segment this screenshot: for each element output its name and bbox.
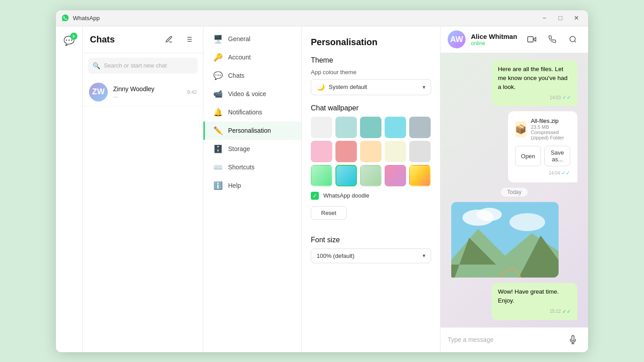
message-time-2: 15:12 ✓✓ [498, 307, 571, 316]
chat-input-bar [441, 327, 588, 352]
whatsapp-logo-icon [61, 14, 69, 22]
chat-header: AW Alice Whitman online [441, 26, 588, 53]
wallpaper-swatch-6[interactable] [311, 141, 332, 162]
nav-label-video-voice: Video & voice [228, 90, 266, 97]
file-name: All-files.zip [531, 118, 570, 124]
account-icon: 🔑 [213, 53, 223, 62]
nav-label-help: Help [228, 182, 241, 189]
general-icon: 🖥️ [213, 34, 223, 44]
personalisation-panel: Personalisation Theme App colour theme 🌙… [302, 26, 441, 352]
file-meta: 23.5 MB · Compressed (zipped) Folder [531, 124, 570, 140]
help-icon: ℹ️ [213, 181, 223, 190]
theme-dropdown[interactable]: 🌙 System default ▾ [311, 79, 431, 95]
minimize-button[interactable]: − [538, 13, 551, 22]
file-header: 📦 All-files.zip 23.5 MB · Compressed (zi… [515, 118, 570, 140]
search-input[interactable] [104, 62, 193, 69]
wallpaper-swatch-4[interactable] [385, 117, 406, 138]
app-body: 💬 3 Chats 🔍 [56, 26, 588, 352]
microphone-icon [568, 335, 577, 344]
date-divider: Today [501, 188, 528, 197]
wallpaper-swatch-3[interactable] [360, 117, 381, 138]
app-title: WhatsApp [73, 15, 538, 21]
nav-item-general[interactable]: 🖥️ General [203, 30, 301, 48]
voice-call-button[interactable] [544, 31, 560, 47]
new-chat-button[interactable] [162, 32, 176, 46]
nav-item-help[interactable]: ℹ️ Help [203, 177, 301, 195]
app-window: WhatsApp − □ ✕ 💬 3 Chats [56, 10, 588, 352]
nav-label-chats: Chats [228, 72, 245, 79]
search-chat-button[interactable] [565, 31, 581, 47]
wallpaper-swatch-5[interactable] [409, 117, 431, 138]
icon-sidebar: 💬 3 [56, 26, 83, 352]
message-text-2: Wow! Have great time. Enjoy. [498, 288, 559, 304]
file-actions: Open Save as... [515, 146, 570, 166]
search-icon: 🔍 [93, 62, 100, 69]
filter-icon [185, 35, 193, 43]
wallpaper-swatch-14[interactable] [385, 165, 406, 186]
contact-status: online [471, 40, 518, 46]
file-type-icon: 📦 [515, 121, 526, 137]
svg-line-9 [574, 41, 576, 42]
file-tick-icon: ✓✓ [561, 170, 570, 176]
avatar: ZW [89, 83, 108, 101]
sidebar-item-chats[interactable]: 💬 3 [59, 31, 79, 51]
font-dropdown-arrow-icon: ▾ [423, 253, 425, 259]
file-bubble: 📦 All-files.zip 23.5 MB · Compressed (zi… [508, 111, 577, 182]
wallpaper-swatch-1[interactable] [311, 117, 332, 138]
font-size-dropdown[interactable]: 100% (default) ▾ [311, 248, 431, 263]
wallpaper-swatch-7[interactable] [335, 141, 357, 162]
personalisation-icon: ✏️ [213, 126, 223, 135]
wallpaper-section-title: Chat wallpaper [311, 104, 431, 112]
open-file-button[interactable]: Open [515, 146, 541, 166]
reset-button[interactable]: Reset [311, 206, 347, 220]
wallpaper-swatch-9[interactable] [385, 141, 406, 162]
unread-badge: 3 [70, 33, 77, 40]
chat-list-items: ZW Zinny Woodley ... 9:42 [83, 78, 203, 352]
nav-label-notifications: Notifications [228, 109, 262, 116]
settings-nav: 🖥️ General 🔑 Account 💬 Chats 📹 Video & v… [203, 26, 302, 352]
nav-label-shortcuts: Shortcuts [228, 164, 254, 171]
theme-label: App colour theme [311, 69, 431, 76]
panel-title: Personalisation [311, 37, 431, 47]
chat-name: Zinny Woodley [113, 85, 182, 93]
close-button[interactable]: ✕ [570, 13, 583, 22]
nav-item-chats[interactable]: 💬 Chats [203, 67, 301, 85]
window-controls: − □ ✕ [538, 13, 583, 22]
save-file-button[interactable]: Save as... [544, 146, 570, 166]
nav-label-account: Account [228, 54, 251, 61]
doodle-label: WhatsApp doodle [323, 192, 369, 199]
wallpaper-swatch-8[interactable] [360, 141, 381, 162]
video-call-button[interactable] [524, 31, 540, 47]
message-bubble: Here are all the files. Let me know once… [491, 60, 577, 106]
wallpaper-swatch-13[interactable] [360, 165, 381, 186]
message-input[interactable] [448, 336, 559, 343]
wallpaper-swatch-15[interactable] [409, 165, 431, 186]
nav-item-shortcuts[interactable]: ⌨️ Shortcuts [203, 158, 301, 177]
doodle-checkbox-row[interactable]: ✓ WhatsApp doodle [311, 192, 431, 200]
search-chat-icon [569, 35, 577, 43]
message-tick-icon-2: ✓✓ [562, 307, 571, 316]
nav-item-account[interactable]: 🔑 Account [203, 48, 301, 67]
chat-image [451, 202, 559, 278]
wallpaper-swatch-12[interactable] [335, 165, 357, 186]
nav-item-personalisation[interactable]: ✏️ Personalisation [203, 122, 301, 140]
maximize-button[interactable]: □ [554, 13, 567, 22]
nav-item-notifications[interactable]: 🔔 Notifications [203, 103, 301, 122]
doodle-checkbox[interactable]: ✓ [311, 192, 319, 200]
wallpaper-swatch-11[interactable] [311, 165, 332, 186]
microphone-button[interactable] [565, 332, 581, 348]
message-time: 14:03 ✓✓ [498, 93, 571, 101]
wallpaper-swatch-10[interactable] [409, 141, 431, 162]
message-tick-icon: ✓✓ [562, 93, 571, 101]
chat-messages: Here are all the files. Let me know once… [441, 53, 588, 327]
chat-meta: 9:42 [187, 89, 197, 95]
notifications-icon: 🔔 [213, 108, 223, 117]
wallpaper-swatch-2[interactable] [335, 117, 357, 138]
nav-item-video-voice[interactable]: 📹 Video & voice [203, 85, 301, 103]
wallpaper-grid [311, 117, 431, 186]
search-bar: 🔍 [88, 58, 198, 74]
list-item[interactable]: ZW Zinny Woodley ... 9:42 [83, 78, 203, 106]
filter-button[interactable] [182, 32, 196, 46]
font-size-value: 100% (default) [317, 253, 423, 259]
nav-item-storage[interactable]: 🗄️ Storage [203, 140, 301, 158]
